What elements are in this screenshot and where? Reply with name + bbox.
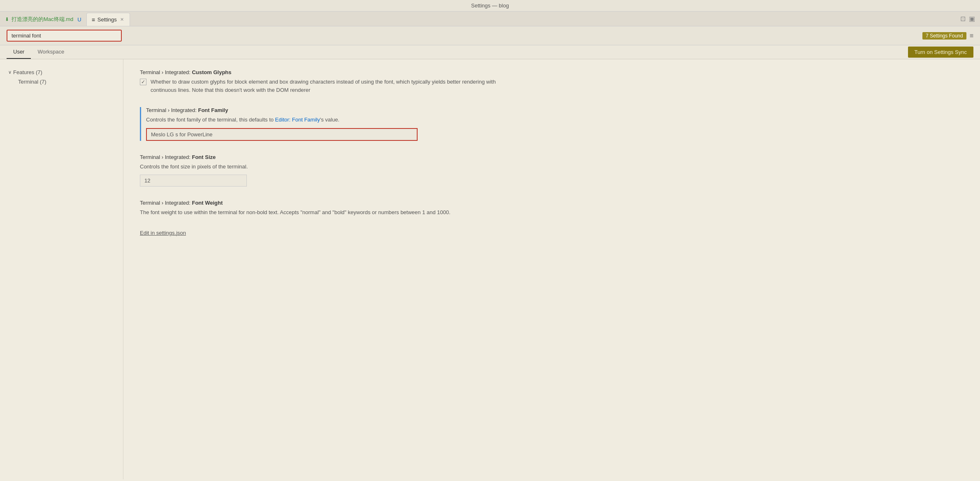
edit-json-link[interactable]: Edit in settings.json — [140, 230, 186, 236]
sidebar-item-features[interactable]: ∨ Features (7) — [0, 68, 123, 77]
font-family-description: Controls the font family of the terminal… — [146, 116, 516, 124]
setting-font-family: Terminal › Integrated: Font Family Contr… — [140, 107, 964, 141]
file-tab-suffix: U — [77, 16, 81, 23]
filter-icon[interactable]: ≡ — [970, 32, 973, 40]
settings-tab-label: Settings — [98, 16, 117, 23]
content-tabs-row: User Workspace Turn on Settings Sync — [0, 45, 980, 59]
sidebar-section-features: ∨ Features (7) Terminal (7) — [0, 66, 123, 88]
tab-bar-actions: ⊡ ▣ — [960, 15, 975, 23]
custom-glyphs-checkbox[interactable]: ✓ — [140, 79, 146, 85]
font-family-input[interactable] — [146, 128, 418, 141]
settings-content: Terminal › Integrated: Custom Glyphs ✓ W… — [123, 59, 980, 479]
main-content: ∨ Features (7) Terminal (7) Terminal › I… — [0, 59, 980, 479]
file-tab-label: 打造漂亮的的Mac终端.md — [12, 16, 73, 23]
sync-button[interactable]: Turn on Settings Sync — [908, 47, 973, 58]
font-family-title: Terminal › Integrated: Font Family — [146, 107, 964, 113]
window-title: Settings — blog — [471, 2, 509, 9]
search-results: 7 Settings Found ≡ — [922, 32, 973, 40]
settings-tab-close[interactable]: ✕ — [119, 16, 125, 23]
content-tab-group: User Workspace — [7, 45, 71, 59]
search-bar: 7 Settings Found ≡ — [0, 26, 980, 45]
sidebar: ∨ Features (7) Terminal (7) — [0, 59, 123, 479]
settings-icon: ≡ — [92, 16, 95, 23]
custom-glyphs-description: Whether to draw custom glyphs for block … — [151, 78, 513, 94]
tab-user[interactable]: User — [7, 45, 31, 59]
font-weight-title: Terminal › Integrated: Font Weight — [140, 200, 964, 206]
search-input[interactable] — [7, 30, 121, 41]
setting-font-weight: Terminal › Integrated: Font Weight The f… — [140, 200, 964, 217]
edit-json-section: Edit in settings.json — [140, 230, 964, 236]
font-size-title: Terminal › Integrated: Font Size — [140, 154, 964, 160]
checkmark-icon: ✓ — [141, 79, 145, 85]
settings-found-badge: 7 Settings Found — [922, 32, 966, 40]
tab-workspace[interactable]: Workspace — [31, 45, 71, 59]
font-size-input[interactable] — [140, 175, 247, 187]
sidebar-terminal-label: Terminal (7) — [18, 79, 46, 85]
sidebar-features-label: Features (7) — [13, 69, 42, 75]
custom-glyphs-checkbox-row: ✓ Whether to draw custom glyphs for bloc… — [140, 78, 964, 94]
editor-font-family-link[interactable]: Editor: Font Family — [275, 117, 320, 123]
font-size-description: Controls the font size in pixels of the … — [140, 163, 510, 171]
setting-font-size: Terminal › Integrated: Font Size Control… — [140, 154, 964, 187]
title-bar: Settings — blog — [0, 0, 980, 12]
custom-glyphs-title: Terminal › Integrated: Custom Glyphs — [140, 69, 964, 75]
split-editor-icon[interactable]: ⊡ — [960, 15, 966, 23]
editor-layout-icon[interactable]: ▣ — [969, 15, 975, 23]
font-family-input-wrapper — [146, 128, 964, 141]
font-weight-description: The font weight to use within the termin… — [140, 208, 510, 217]
sidebar-item-terminal[interactable]: Terminal (7) — [0, 77, 123, 86]
setting-custom-glyphs: Terminal › Integrated: Custom Glyphs ✓ W… — [140, 69, 964, 94]
settings-tab[interactable]: ≡ Settings ✕ — [86, 13, 130, 26]
tab-bar: ⬇ 打造漂亮的的Mac终端.md U ≡ Settings ✕ ⊡ ▣ — [0, 12, 980, 26]
search-input-wrapper — [7, 30, 122, 42]
chevron-down-icon: ∨ — [8, 70, 12, 75]
download-icon: ⬇ — [5, 16, 9, 22]
file-tab[interactable]: ⬇ 打造漂亮的的Mac终端.md U — [0, 13, 86, 26]
